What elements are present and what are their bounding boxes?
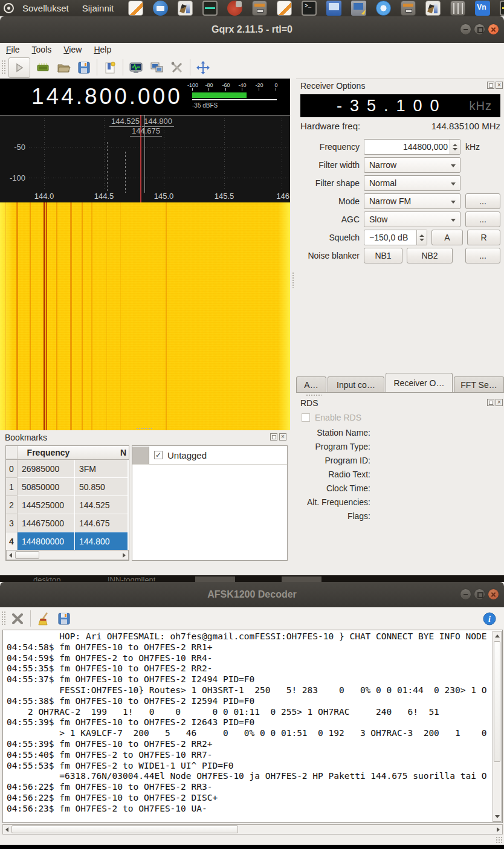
bookmark-frequency[interactable]: 144525000: [18, 496, 75, 514]
tag-label[interactable]: Untagged: [167, 450, 207, 460]
bookmarks-button[interactable]: [102, 59, 118, 76]
bookmark-name[interactable]: 50.850: [75, 478, 128, 496]
frequency-spin-arrows[interactable]: [450, 140, 460, 154]
bookmark-tag[interactable]: 144.525: [109, 117, 141, 127]
agc-combo[interactable]: Slow: [364, 211, 460, 227]
float-panel-button[interactable]: [487, 399, 494, 406]
nb2-button[interactable]: NB2: [407, 248, 453, 263]
nb-options-button[interactable]: ...: [465, 248, 500, 263]
gqrx-titlebar[interactable]: Gqrx 2.11.5 - rtl=0: [0, 16, 504, 43]
tab-fft-settings[interactable]: FFT Se…: [454, 376, 504, 392]
tab-input-controls[interactable]: Input co…: [328, 376, 384, 392]
close-panel-button[interactable]: [496, 399, 503, 406]
float-panel-button[interactable]: [270, 433, 277, 441]
offset-value[interactable]: -35.100: [337, 97, 447, 115]
clear-button[interactable]: [9, 610, 26, 627]
filter-shape-combo[interactable]: Normal: [364, 175, 460, 191]
mode-options-button[interactable]: ...: [465, 193, 500, 209]
bookmark-tags-list[interactable]: Untagged: [132, 445, 288, 561]
email-client-icon[interactable]: [153, 1, 168, 16]
save-log-button[interactable]: [56, 610, 73, 627]
enable-rds-checkbox[interactable]: [302, 413, 310, 422]
remote-control-button[interactable]: [148, 59, 165, 76]
info-button[interactable]: i: [481, 610, 498, 627]
close-panel-button[interactable]: [496, 82, 503, 89]
menu-help[interactable]: Help: [88, 44, 117, 56]
bookmark-name[interactable]: 144.675: [75, 514, 128, 532]
bookmark-name[interactable]: 144.800: [75, 532, 128, 550]
close-button[interactable]: [488, 24, 499, 35]
places-menu[interactable]: Sijainnit: [79, 2, 118, 15]
paint-tool-icon[interactable]: [425, 1, 441, 16]
save-settings-button[interactable]: [76, 59, 92, 76]
mode-combo[interactable]: Narrow FM: [364, 193, 460, 209]
fullscreen-button[interactable]: [195, 59, 212, 76]
audio-mixer-icon[interactable]: [450, 1, 465, 16]
configure-io-button[interactable]: [34, 59, 51, 76]
tag-color-cell[interactable]: [132, 447, 149, 464]
bookmark-name[interactable]: 144.525: [75, 496, 128, 514]
file-archive-icon[interactable]: [401, 1, 416, 16]
system-tools-icon[interactable]: [227, 1, 242, 16]
squelch-auto-button[interactable]: A: [431, 230, 463, 245]
column-header-frequency[interactable]: Frequency: [18, 446, 75, 459]
bookmark-tag[interactable]: 144.800: [142, 117, 174, 127]
clean-text-button[interactable]: [35, 610, 52, 627]
squelch-spinbox[interactable]: −150,0 dB: [364, 230, 427, 245]
paint-tool-icon[interactable]: [178, 1, 193, 16]
bookmark-name[interactable]: 3FM: [75, 460, 128, 478]
scrollbar-thumb[interactable]: [15, 551, 39, 559]
bookmark-frequency[interactable]: 26985000: [18, 460, 75, 478]
vnc-viewer-icon[interactable]: [475, 1, 490, 16]
decoded-packets-text[interactable]: HOP: Ari OH7FESMAIL: oh7fes@gmail.comFES…: [3, 630, 502, 815]
tab-receiver-options[interactable]: Receiver O…: [386, 373, 453, 392]
tuned-frequency-readout[interactable]: 144.800.000: [31, 84, 183, 109]
bookmark-row-selected[interactable]: 4 144800000 144.800: [6, 532, 129, 550]
afsk-vscrollbar[interactable]: [493, 631, 502, 822]
frequency-display-panel[interactable]: 144.800.000 -100 -80 -60 -40 -20 0 -35 d…: [0, 79, 290, 115]
offset-lcd-display[interactable]: -35.100 kHz: [300, 94, 500, 117]
computer-icon[interactable]: [326, 1, 341, 16]
oscilloscope-icon[interactable]: [202, 1, 218, 16]
bookmark-row[interactable]: 1 50850000 50.850: [6, 478, 129, 496]
menu-view[interactable]: View: [57, 44, 88, 56]
ubuntu-logo-icon[interactable]: [4, 3, 14, 13]
tools-button[interactable]: [169, 59, 186, 76]
bookmark-row[interactable]: 3 144675000 144.675: [6, 514, 129, 532]
toolbar-drag-handle[interactable]: [1, 611, 6, 626]
close-panel-button[interactable]: [279, 433, 286, 441]
close-button[interactable]: [488, 589, 499, 600]
scrollbar-thumb[interactable]: [11, 825, 238, 833]
bookmark-row[interactable]: 0 26985000 3FM: [6, 460, 129, 478]
maximize-button[interactable]: [474, 24, 485, 35]
tab-audio[interactable]: A…: [296, 376, 326, 392]
text-editor-icon[interactable]: [128, 1, 143, 16]
agc-options-button[interactable]: ...: [465, 211, 500, 227]
nb1-button[interactable]: NB1: [364, 248, 402, 263]
start-dsp-button[interactable]: [8, 57, 30, 78]
bookmarks-hscrollbar[interactable]: [6, 550, 129, 560]
bookmark-row[interactable]: 2 144525000 144.525: [6, 496, 129, 514]
load-settings-button[interactable]: [55, 59, 72, 76]
float-panel-button[interactable]: [487, 82, 494, 89]
minimize-button[interactable]: [460, 24, 471, 35]
bookmarks-table-header[interactable]: Frequency N: [6, 446, 129, 460]
waterfall-display[interactable]: [0, 202, 290, 430]
maximize-button[interactable]: [474, 589, 485, 600]
applications-menu[interactable]: Sovellukset: [19, 2, 73, 15]
file-archive-icon[interactable]: [252, 1, 267, 16]
toolbar-drag-handle[interactable]: [1, 60, 6, 75]
remote-desktop-icon[interactable]: [351, 1, 366, 16]
tag-checkbox[interactable]: [154, 451, 163, 459]
dsp-window-button[interactable]: [128, 59, 144, 76]
scrollbar-thumb[interactable]: [494, 641, 500, 762]
minimize-button[interactable]: [460, 589, 471, 600]
afsk-titlebar[interactable]: AFSK1200 Decoder: [0, 582, 504, 607]
column-header-name[interactable]: N: [75, 446, 128, 459]
notes-icon[interactable]: [277, 1, 292, 16]
signal-analyzer-icon[interactable]: [500, 1, 504, 16]
frequency-spinbox[interactable]: 144800,000: [364, 139, 460, 155]
bookmark-frequency[interactable]: 144800000: [18, 532, 75, 550]
dock-splitter[interactable]: [290, 79, 296, 430]
menu-tools[interactable]: Tools: [26, 44, 58, 56]
